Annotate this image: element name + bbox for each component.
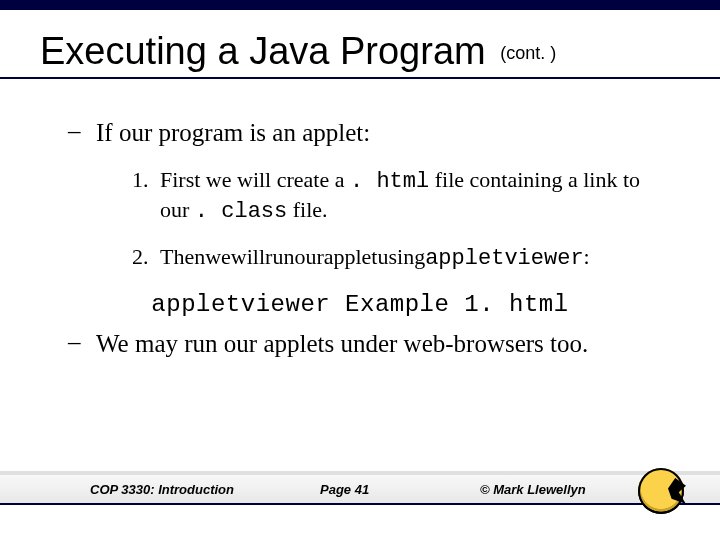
- step2-post: :: [584, 244, 590, 269]
- title-main: Executing a Java Program: [40, 30, 486, 72]
- slide-title: Executing a Java Program (cont. ): [0, 10, 720, 79]
- slide-body: – If our program is an applet: 1. First …: [0, 79, 720, 359]
- footer-bar: COP 3330: Introduction Page 41 © Mark Ll…: [0, 471, 720, 505]
- code-class: . class: [195, 199, 287, 224]
- step-1: 1. First we will create a . html file co…: [132, 166, 660, 225]
- code-html: . html: [350, 169, 429, 194]
- step-text: First we will create a . html file conta…: [160, 166, 660, 225]
- ucf-logo-icon: [638, 468, 684, 514]
- step1-post: file.: [287, 197, 327, 222]
- footer-course: COP 3330: Introduction: [90, 482, 320, 497]
- slide: Executing a Java Program (cont. ) – If o…: [0, 0, 720, 540]
- numbered-steps: 1. First we will create a . html file co…: [132, 166, 660, 273]
- title-continued: (cont. ): [496, 43, 556, 63]
- bullet-browsers: – We may run our applets under web-brows…: [68, 328, 660, 359]
- bullet-text: We may run our applets under web-browser…: [96, 328, 660, 359]
- step-number: 1.: [132, 166, 160, 225]
- bullet-applet-intro: – If our program is an applet:: [68, 117, 660, 148]
- step-2: 2. Thenwewillrunourappletusingappletview…: [132, 243, 660, 273]
- command-line: appletviewer Example 1. html: [60, 291, 660, 318]
- top-accent-bar: [0, 0, 720, 10]
- step-text: Thenwewillrunourappletusingappletviewer:: [160, 243, 660, 273]
- footer-page: Page 41: [320, 482, 480, 497]
- step1-pre: First we will create a: [160, 167, 350, 192]
- code-appletviewer: appletviewer: [425, 246, 583, 271]
- bullet-text: If our program is an applet:: [96, 117, 660, 148]
- bullet-dash: –: [68, 117, 96, 148]
- step-number: 2.: [132, 243, 160, 273]
- bullet-dash: –: [68, 328, 96, 359]
- footer-author: © Mark Llewellyn: [480, 482, 720, 497]
- step2-pre: Thenwewillrunourappletusing: [160, 244, 425, 269]
